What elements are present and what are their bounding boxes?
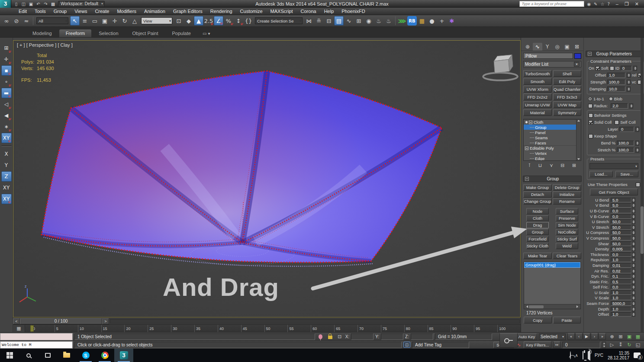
previous-frame-arrow[interactable]: < [13,318,20,324]
edit-named-sets-icon[interactable]: {} [244,16,253,26]
property-value-field[interactable]: 0,0 [611,214,631,219]
radius-checkbox[interactable] [588,104,592,108]
skype-icon[interactable]: S [76,349,95,362]
axis-constraint-xy-icon[interactable]: XY [1,183,12,193]
modifier-button[interactable]: UVW Xform [523,86,552,93]
next-frame-arrow[interactable]: > [102,318,109,324]
utilities-tab-icon[interactable]: ⊠ [572,43,582,51]
menu-item[interactable]: MAXScript [267,9,297,14]
modifier-stack-row[interactable]: Seams [524,135,576,140]
snaps-toggle-icon[interactable]: 2.5∩ [204,16,213,26]
property-spinner[interactable] [631,263,635,268]
time-slider-value[interactable]: 0 / 100 [20,318,102,324]
property-spinner[interactable] [631,230,635,235]
self-coll-checkbox[interactable] [615,120,619,125]
go-to-start-button[interactable]: « [567,333,575,340]
zoom-extents-icon[interactable]: ▣ [625,333,634,340]
menu-item[interactable]: Graph Editors [169,9,206,14]
snap-midpoint-icon[interactable]: ▬∩ [1,88,12,98]
property-spinner[interactable] [631,274,635,279]
group-button[interactable]: Group [526,229,549,235]
bind-to-spacewarp-icon[interactable]: ≈ [22,16,31,26]
group-list-item[interactable]: Group001 (drag) [524,262,580,268]
property-spinner[interactable] [631,208,635,213]
property-spinner[interactable] [631,252,635,257]
snap-endpoint-icon[interactable]: ∘∩ [1,77,12,87]
modifier-stack-row[interactable]: Edge [524,156,576,160]
notification-balloon-icon[interactable] [317,334,325,339]
menu-item[interactable]: Views [71,9,91,14]
x-coordinate-field[interactable] [351,333,374,340]
offset-spinner[interactable] [627,73,631,78]
save-file-icon[interactable]: ▣ [28,2,34,6]
show-end-result-icon[interactable]: ⊔ [538,163,542,168]
panel-scrollbar[interactable] [641,38,644,332]
strength-spinner[interactable] [627,80,631,85]
render-production-icon[interactable]: ♨ [384,16,393,26]
node-button[interactable]: Node [526,208,549,215]
property-value-field[interactable]: 50,0 [611,236,631,240]
pin-stack-icon[interactable]: ⊺ [528,163,531,168]
notifications-icon[interactable]: 2 [634,352,641,358]
select-and-scale-icon[interactable]: △ [130,16,139,26]
ribbon-tab[interactable]: Object Paint [126,29,165,37]
spinner-snap-icon[interactable]: ↕∩ [234,16,243,26]
file-explorer-icon[interactable] [57,349,76,362]
ribbon-tab[interactable]: Freeform [59,29,92,37]
property-value-field[interactable]: 50,0 [611,225,631,230]
property-spinner[interactable] [631,241,635,246]
add-time-tag[interactable]: Add Time Tag [412,342,469,348]
sticky-surf-button[interactable]: Sticky Surf [556,236,578,242]
property-spinner[interactable] [631,203,635,208]
railclone-icon[interactable]: RB [407,16,417,26]
weld-button[interactable]: Weld [556,243,578,249]
object-name-field[interactable]: Pillow [523,53,573,59]
maxscript-mini-listener[interactable]: Welcome to M [0,341,73,349]
reference-coordinate-dropdown[interactable]: View [141,17,172,24]
id-spinner[interactable] [633,66,637,71]
clear-tears-button[interactable]: Clear Tears [553,253,581,259]
property-spinner[interactable] [631,285,635,289]
go-to-end-button[interactable]: » [599,333,606,340]
radius-field[interactable]: 2,0 [611,103,628,109]
3dsmax-taskbar-icon[interactable]: Ӡ [114,349,133,362]
property-value-field[interactable]: 0,005 [611,247,631,251]
z-coordinate-field[interactable] [411,333,433,340]
pan-view-icon[interactable]: ▷ [608,341,616,348]
align-icon[interactable]: ≞ [314,16,324,26]
property-value-field[interactable]: 1,0 [611,312,631,317]
solid-coll-checkbox[interactable] [589,120,593,125]
change-group-button[interactable]: Change Group [523,198,552,205]
sphere-tool-icon[interactable]: ● [427,16,437,26]
select-and-link-icon[interactable]: ∞ [2,16,11,26]
property-value-field[interactable]: 0,5 [611,279,631,284]
redo-icon[interactable]: ↷ [42,2,49,6]
stack-scrollbar[interactable] [576,119,581,160]
auto-key-button[interactable]: Auto Key [516,333,537,340]
add-tool-icon[interactable]: + [437,16,447,26]
layer-field[interactable]: 0 [619,127,634,132]
paste-button[interactable]: Paste [553,317,581,324]
use-pivot-center-icon[interactable]: ⊡ [174,16,184,26]
damping-field[interactable]: 10,0 [607,86,625,92]
zoom-all-icon[interactable]: ⊞ [616,333,625,340]
project-folder-icon[interactable]: ▩ [50,2,56,6]
curve-editor-icon[interactable]: ∿ [344,16,354,26]
undo-icon[interactable]: ↶ [35,2,42,6]
scrollbar-thumb[interactable] [641,206,644,254]
modifier-button[interactable]: FFD 2x2x2 [523,93,552,100]
rename-button[interactable]: Rename [553,198,581,205]
strength-field[interactable]: 100,0 [607,80,625,85]
load-button[interactable]: Load... [589,171,613,177]
drag-button[interactable]: Drag [526,222,549,228]
close-button[interactable]: ✕ [635,1,639,7]
menu-item[interactable]: Create [91,9,113,14]
radius-spinner[interactable] [629,103,633,109]
key-filters-button[interactable]: Key Filters... [524,341,551,348]
collapse-icon[interactable] [529,121,532,124]
preserve-button[interactable]: Preserve [556,215,578,221]
maximize-viewport-icon[interactable]: ◱ [634,341,642,348]
selection-filter-dropdown[interactable]: All [36,17,68,24]
menu-item[interactable]: Help [320,9,338,14]
task-view-icon[interactable] [38,349,57,362]
